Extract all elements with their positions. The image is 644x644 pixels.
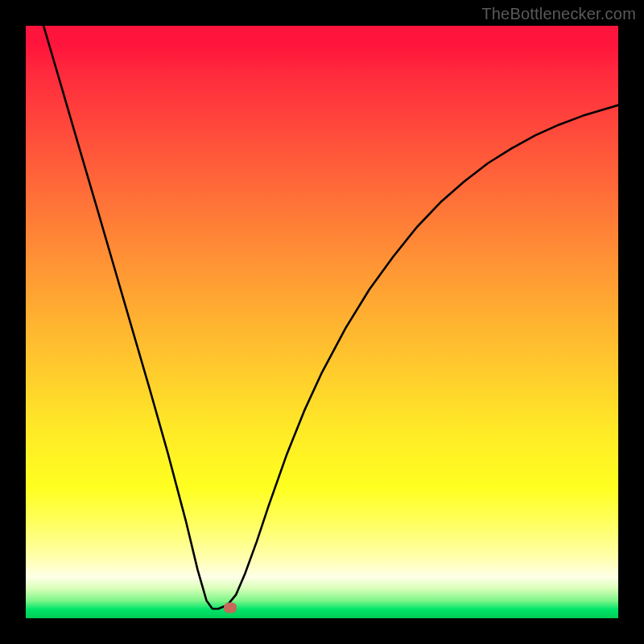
chart-container: TheBottlenecker.com [0,0,644,644]
plot-area [26,26,618,618]
optimum-marker [224,603,237,613]
watermark-text: TheBottlenecker.com [481,5,636,23]
background-gradient [26,26,618,618]
